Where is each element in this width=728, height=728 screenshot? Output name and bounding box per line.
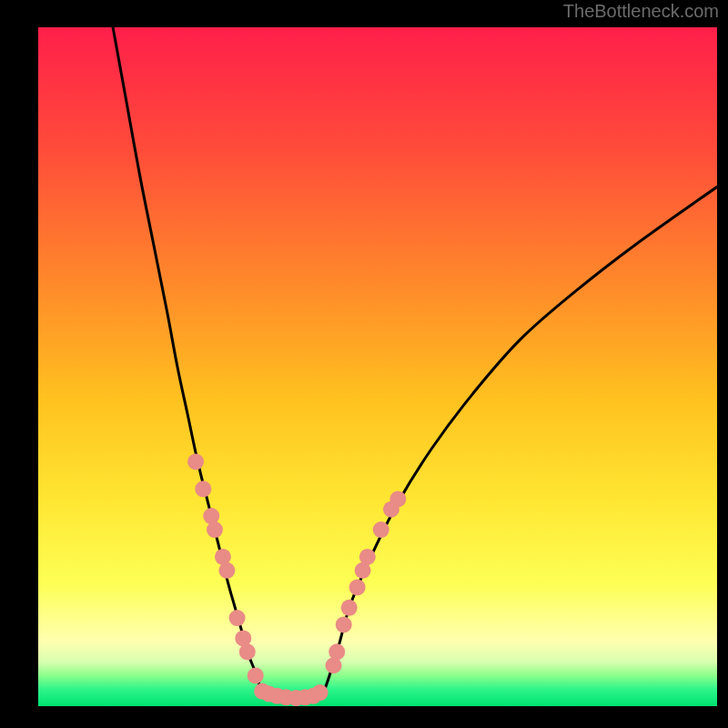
data-marker bbox=[341, 600, 358, 616]
plot-svg bbox=[38, 27, 717, 706]
gradient-bg bbox=[38, 27, 717, 706]
data-marker bbox=[329, 643, 345, 660]
watermark-text: TheBottleneck.com bbox=[563, 2, 719, 20]
data-marker bbox=[207, 521, 223, 538]
data-marker bbox=[336, 616, 352, 632]
data-marker bbox=[373, 521, 389, 538]
chart-frame: TheBottleneck.com bbox=[0, 0, 728, 728]
data-marker bbox=[218, 562, 235, 579]
data-marker bbox=[389, 490, 406, 507]
data-marker bbox=[229, 610, 246, 626]
data-marker bbox=[187, 453, 204, 470]
data-marker bbox=[239, 643, 256, 660]
data-marker bbox=[349, 579, 366, 595]
data-marker bbox=[248, 667, 264, 683]
data-marker bbox=[312, 684, 329, 701]
plot-area bbox=[38, 27, 717, 706]
data-marker bbox=[359, 549, 376, 565]
data-marker bbox=[195, 480, 211, 497]
